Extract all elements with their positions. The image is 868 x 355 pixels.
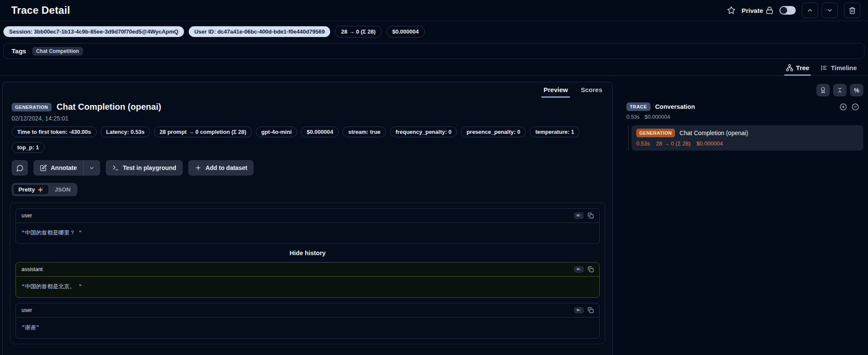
chevron-up-icon	[807, 7, 813, 14]
generation-cost: $0.000004	[696, 140, 723, 147]
terminal-icon	[112, 164, 119, 171]
user-id-badge[interactable]: User ID: dc47a41e-06bc-400d-bde1-f0e440d…	[189, 26, 331, 37]
generation-metrics: 0.53s 28 → 0 (Σ 28) $0.000004	[636, 140, 859, 147]
message-user-1: user M↓ "中国的首都是哪里？ "	[15, 208, 600, 244]
format-pretty-segment[interactable]: Pretty	[13, 184, 49, 195]
lock-icon	[766, 6, 773, 14]
speech-bubble-icon	[16, 164, 24, 172]
trace-cost: $0.000004	[645, 114, 670, 120]
metric-pill: stream: true	[343, 127, 386, 137]
award-icon	[820, 87, 826, 93]
trash-icon	[849, 7, 856, 14]
trace-tree-root[interactable]: TRACE Conversation	[619, 102, 866, 111]
collapse-all-button[interactable]	[833, 84, 847, 96]
observation-panel: Preview Scores GENERATION Chat Completio…	[2, 82, 613, 355]
minus-circle-icon	[852, 103, 859, 111]
public-sharing-toggle[interactable]	[779, 6, 796, 15]
delete-trace-button[interactable]	[844, 3, 860, 18]
privacy-status: Private	[742, 6, 773, 14]
message-content: "谢谢"	[16, 318, 599, 338]
metric-pill: temperature: 1	[530, 127, 580, 137]
total-cost-badge: $0.000004	[386, 26, 425, 37]
previous-trace-button[interactable]	[802, 3, 818, 18]
percent-icon: %	[854, 87, 859, 94]
copy-icon	[588, 307, 594, 313]
bookmark-star-button[interactable]	[727, 6, 736, 15]
trace-badge: TRACE	[626, 102, 650, 111]
generation-tokens: 28 → 0 (Σ 28)	[656, 140, 690, 147]
copy-button[interactable]	[588, 213, 594, 219]
messages-container: user M↓ "中国的首都是哪里？ " Hide history	[10, 203, 605, 344]
copy-icon	[588, 213, 594, 219]
hide-history-button[interactable]: Hide history	[15, 250, 600, 256]
metric-pill: $0.000004	[301, 127, 338, 137]
generation-badge: GENERATION	[636, 129, 675, 137]
page-title: Trace Detail	[11, 4, 70, 16]
copy-button[interactable]	[588, 307, 594, 313]
workspace: Preview Scores GENERATION Chat Completio…	[0, 76, 868, 355]
annotate-dropdown-button[interactable]	[84, 160, 100, 176]
metric-pill: gpt-4o-mini	[256, 127, 298, 137]
message-header: user M↓	[16, 303, 599, 318]
format-toggle: Pretty JSON	[12, 183, 77, 196]
message-assistant: assistant M↓ "中国的首都是北京。 "	[15, 262, 600, 298]
annotate-button[interactable]: Annotate	[34, 160, 83, 176]
scores-toggle-button[interactable]	[816, 84, 830, 96]
trace-id-badges: Session: 3bb00ec7-1b13-4c9b-85ee-3d9d70f…	[0, 21, 868, 42]
chevron-down-icon	[826, 7, 833, 14]
edit-pencil-icon	[40, 164, 47, 171]
tag-chip-chat-competition[interactable]: Chat Competition	[32, 47, 83, 56]
markdown-toggle-icon[interactable]: M↓	[574, 213, 583, 219]
markdown-toggle-icon[interactable]: M↓	[574, 266, 583, 272]
message-content: "中国的首都是哪里？ "	[16, 223, 599, 244]
copy-icon	[588, 266, 594, 272]
message-role: user	[21, 213, 32, 219]
copy-button[interactable]	[588, 266, 594, 272]
message-user-2: user M↓ "谢谢"	[15, 303, 600, 339]
metric-pill: presence_penalty: 0	[461, 127, 526, 137]
test-in-playground-button[interactable]: Test in playground	[106, 160, 183, 176]
tree-node-generation[interactable]: GENERATION Chat Completion (openai) 0.53…	[632, 125, 863, 151]
json-label: JSON	[55, 186, 71, 193]
message-role: user	[21, 307, 32, 313]
message-content: "中国的首都是北京。 "	[16, 277, 599, 297]
metric-pills-row-2: top_p: 1	[12, 142, 602, 153]
tree-toolbar: %	[619, 82, 866, 96]
expand-all-button[interactable]	[840, 103, 847, 111]
trace-latency: 0.53s	[626, 114, 640, 120]
plus-icon	[195, 164, 202, 171]
sparkles-icon	[37, 187, 43, 193]
privacy-label: Private	[742, 7, 763, 14]
observation-timestamp: 02/12/2024, 14:25:01	[12, 115, 602, 122]
tab-preview[interactable]: Preview	[538, 85, 574, 97]
message-header: assistant M↓	[16, 262, 599, 277]
trace-title: Conversation	[655, 103, 835, 110]
pretty-label: Pretty	[18, 186, 35, 193]
star-icon	[727, 6, 736, 15]
metrics-toggle-button[interactable]: %	[850, 84, 863, 96]
collapse-node-button[interactable]	[852, 103, 859, 111]
tags-label: Tags	[12, 47, 26, 55]
format-json-segment[interactable]: JSON	[49, 184, 76, 195]
generation-latency: 0.53s	[636, 140, 650, 147]
trace-metrics: 0.53s $0.000004	[619, 114, 866, 120]
token-usage-badge: 28 → 0 (Σ 28)	[335, 26, 381, 37]
tab-scores[interactable]: Scores	[575, 85, 608, 97]
message-header: user M↓	[16, 209, 599, 223]
view-mode-tabs: Tree Timeline	[0, 59, 868, 76]
add-to-dataset-button[interactable]: Add to dataset	[188, 160, 254, 176]
observation-actions: Annotate Test in playgroun	[12, 160, 602, 176]
next-trace-button[interactable]	[822, 3, 838, 18]
comments-button[interactable]	[12, 160, 28, 176]
markdown-toggle-icon[interactable]: M↓	[574, 307, 583, 313]
tab-tree[interactable]: Tree	[786, 64, 810, 75]
tab-timeline[interactable]: Timeline	[820, 64, 857, 75]
observation-header: GENERATION Chat Completion (openai) 02/1…	[3, 97, 612, 196]
trace-nav-buttons	[802, 3, 838, 18]
message-role: assistant	[21, 266, 43, 272]
top-actions: Private	[727, 3, 860, 18]
tab-tree-label: Tree	[796, 64, 810, 71]
metric-pill: frequency_penalty: 0	[390, 127, 457, 137]
session-badge[interactable]: Session: 3bb00ec7-1b13-4c9b-85ee-3d9d70f…	[3, 26, 184, 37]
annotate-label: Annotate	[51, 164, 77, 171]
